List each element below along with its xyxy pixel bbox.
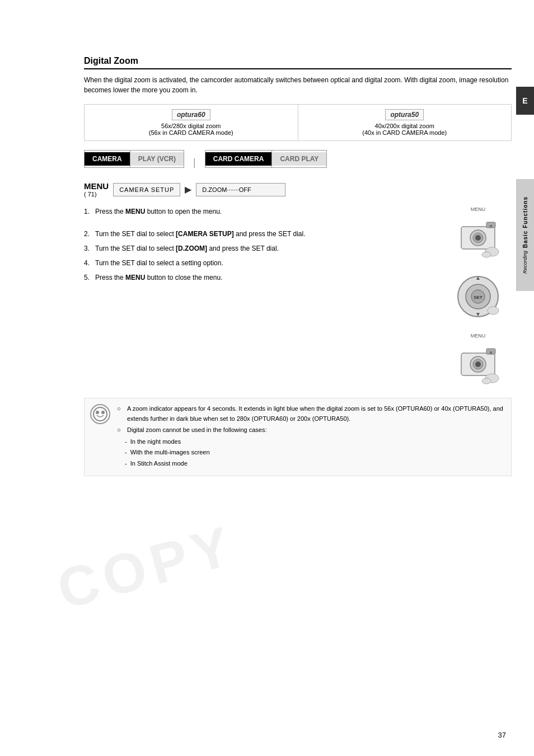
vertical-sidebar: Basic Functions Recording	[516, 179, 534, 291]
step-4-num: 4.	[84, 258, 95, 268]
camera-button[interactable]: CAMERA	[85, 152, 130, 166]
menu-btn-label-2: MENU	[471, 333, 486, 339]
step-3: 3. Turn the SET dial to select [D.ZOOM] …	[84, 243, 444, 253]
menu-label-block: MENU ( 71)	[84, 181, 109, 198]
note-item-1: ○ A zoom indicator appears for 4 seconds…	[117, 404, 505, 424]
card-camera-button[interactable]: CARD CAMERA	[205, 152, 272, 166]
set-dial-svg: SET ▲ ▼	[453, 271, 503, 322]
step-2-text: Turn the SET dial to select [CAMERA SETU…	[95, 229, 444, 239]
model-logo-50: optura50	[385, 109, 424, 120]
step-2-num: 2.	[84, 229, 95, 239]
step-5-num: 5.	[84, 273, 95, 283]
svg-point-25	[101, 411, 105, 414]
menu-label: MENU	[84, 181, 109, 191]
model-col-50: optura50 40x/200x digital zoom (40x in C…	[298, 105, 512, 140]
svg-text:▼: ▼	[475, 311, 481, 317]
menu-page-ref: ( 71)	[84, 191, 109, 198]
watermark: COPY	[51, 513, 242, 622]
svg-point-23	[93, 407, 107, 421]
note-sub-text-3: In Stitch Assist mode	[130, 459, 188, 469]
page-container: E Basic Functions Recording COPY Digital…	[0, 0, 534, 756]
steps-list: 1. Press the MENU button to open the men…	[84, 206, 444, 287]
step-1-num: 1.	[84, 206, 95, 217]
menu-arrow: ▶	[185, 184, 191, 195]
note-text-2: Digital zoom cannot be used in the follo…	[127, 425, 266, 435]
side-tab-label: E	[522, 96, 527, 105]
svg-point-18	[475, 361, 481, 367]
mode-buttons-right: CARD CAMERA CARD PLAY	[205, 150, 327, 168]
step-5: 5. Press the MENU button to close the me…	[84, 273, 444, 283]
sidebar-sub-label: Recording	[522, 251, 528, 274]
menu-value-box: D.ZOOM·······OFF	[196, 183, 285, 196]
step-2: 2. Turn the SET dial to select [CAMERA S…	[84, 229, 444, 239]
section-title: Digital Zoom	[84, 56, 512, 69]
menu-btn-label: MENU	[471, 206, 486, 212]
mode-buttons-left: CAMERA PLAY (VCR)	[84, 150, 184, 168]
menu-button-svg: M	[456, 215, 500, 260]
svg-point-14	[488, 307, 499, 314]
svg-point-22	[482, 378, 491, 384]
set-dial-image: SET ▲ ▼	[453, 271, 503, 322]
model-table: optura60 56x/280x digital zoom (56x in C…	[84, 104, 512, 141]
note-sub-text-1: In the night modes	[130, 437, 181, 447]
step-3-num: 3.	[84, 243, 95, 253]
step-5-text: Press the MENU button to close the menu.	[95, 273, 444, 283]
note-subitem-1: - In the night modes	[125, 437, 505, 447]
step-4: 4. Turn the SET dial to select a setting…	[84, 258, 444, 268]
menu-row: MENU ( 71) CAMERA SETUP ▶ D.ZOOM·······O…	[84, 181, 512, 198]
mode-buttons-container: CAMERA PLAY (VCR) | CARD CAMERA CARD PLA…	[84, 150, 512, 175]
steps-images: MENU M	[444, 206, 512, 387]
note-text-1: A zoom indicator appears for 4 seconds. …	[127, 404, 505, 424]
note-subitem-2: - With the multi-images screen	[125, 448, 505, 458]
note-icon	[90, 404, 110, 424]
note-sub-dash-1: -	[125, 437, 127, 447]
model-zoom-line1-60: 56x/280x digital zoom	[91, 123, 291, 129]
svg-point-3	[475, 235, 481, 241]
svg-text:M: M	[490, 351, 493, 354]
spacer1	[84, 221, 444, 229]
page-number: 37	[498, 731, 506, 739]
model-logo-60: optura60	[172, 109, 210, 120]
svg-text:SET: SET	[474, 295, 483, 300]
menu-setup-box: CAMERA SETUP	[113, 183, 180, 196]
step-1-text: Press the MENU button to open the menu.	[95, 206, 444, 217]
note-section: ○ A zoom indicator appears for 4 seconds…	[84, 398, 512, 476]
note-sub-text-2: With the multi-images screen	[130, 448, 210, 458]
note-bullet-2: ○	[117, 425, 124, 435]
main-content: Digital Zoom When the digital zoom is ac…	[84, 0, 512, 476]
play-vcr-button[interactable]: PLAY (VCR)	[130, 152, 184, 166]
menu-button-image-2: MENU M	[456, 333, 500, 387]
svg-point-7	[482, 252, 491, 257]
model-zoom-line1-50: 40x/200x digital zoom	[305, 123, 505, 129]
button-group-separator: |	[193, 150, 196, 175]
note-content: ○ A zoom indicator appears for 4 seconds…	[117, 404, 505, 470]
side-tab-e: E	[516, 87, 534, 115]
model-zoom-line2-50: (40x in CARD CAMERA mode)	[305, 129, 505, 136]
note-subitem-3: - In Stitch Assist mode	[125, 459, 505, 469]
note-icon-svg	[92, 406, 108, 422]
svg-text:M: M	[490, 224, 493, 228]
svg-point-24	[96, 411, 99, 414]
step-4-text: Turn the SET dial to select a setting op…	[95, 258, 444, 268]
svg-text:▲: ▲	[475, 275, 481, 281]
model-col-60: optura60 56x/280x digital zoom (56x in C…	[85, 105, 298, 140]
step-3-text: Turn the SET dial to select [D.ZOOM] and…	[95, 243, 444, 253]
model-zoom-line2-60: (56x in CARD CAMERA mode)	[91, 129, 291, 136]
note-item-2: ○ Digital zoom cannot be used in the fol…	[117, 425, 505, 435]
menu-button-svg-2: M	[456, 342, 500, 387]
step-1: 1. Press the MENU button to open the men…	[84, 206, 444, 217]
note-bullet-1: ○	[117, 404, 124, 424]
steps-with-images: 1. Press the MENU button to open the men…	[84, 206, 512, 387]
card-play-button[interactable]: CARD PLAY	[272, 152, 326, 166]
intro-text: When the digital zoom is activated, the …	[84, 75, 512, 95]
note-sub-dash-2: -	[125, 448, 127, 458]
menu-button-image: MENU M	[456, 206, 500, 260]
note-sub-dash-3: -	[125, 459, 127, 469]
sidebar-main-label: Basic Functions	[522, 196, 528, 248]
